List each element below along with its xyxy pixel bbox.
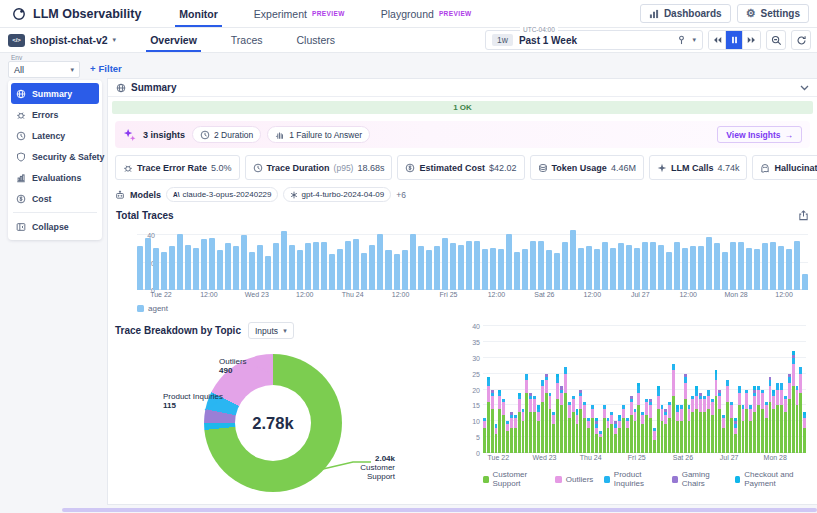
bar[interactable] (754, 249, 760, 290)
bar[interactable] (642, 242, 648, 290)
bar[interactable] (361, 253, 367, 290)
bar[interactable] (241, 235, 247, 290)
bar[interactable] (554, 253, 560, 290)
stacked-bar[interactable] (641, 412, 644, 453)
main-nav-tab-playground[interactable]: PlaygroundPREVIEW (377, 0, 476, 27)
bar[interactable] (265, 256, 271, 290)
stacked-bar[interactable] (738, 386, 741, 453)
sidebar-item-cost[interactable]: Cost (11, 188, 99, 209)
bar[interactable] (586, 246, 592, 290)
bar[interactable] (546, 250, 552, 290)
bar[interactable] (450, 243, 456, 290)
rewind-button[interactable] (709, 31, 726, 49)
bar[interactable] (570, 230, 576, 290)
bar[interactable] (666, 252, 672, 290)
tab-traces[interactable]: Traces (227, 28, 267, 52)
metric-card-hallucinations[interactable]: Hallucinations41 (752, 155, 817, 180)
bar[interactable] (610, 248, 616, 290)
stacked-bar[interactable] (556, 374, 559, 453)
sidebar-item-security-safety[interactable]: Security & Safety (11, 146, 99, 167)
stacked-bar[interactable] (491, 390, 494, 453)
stacked-bar[interactable] (649, 399, 652, 453)
stacked-bar[interactable] (730, 402, 733, 453)
insight-pill[interactable]: 1 Failure to Answer (267, 126, 370, 143)
bar[interactable] (185, 245, 191, 290)
bar[interactable] (514, 252, 520, 290)
stacked-bar[interactable] (537, 405, 540, 453)
model-pill[interactable]: A\claude-3-opus-20240229 (166, 187, 278, 202)
stacked-bar[interactable] (599, 431, 602, 453)
stacked-bar[interactable] (549, 393, 552, 453)
bar[interactable] (257, 245, 263, 290)
stacked-bar[interactable] (742, 405, 745, 453)
bar[interactable] (201, 239, 207, 290)
bar[interactable] (385, 250, 391, 290)
stacked-bar[interactable] (784, 396, 787, 453)
bar[interactable] (738, 242, 744, 290)
stacked-bar[interactable] (495, 424, 498, 453)
bar[interactable] (522, 249, 528, 290)
bar[interactable] (426, 250, 432, 290)
stacked-bar[interactable] (788, 374, 791, 453)
stacked-bar[interactable] (711, 399, 714, 453)
sidebar-item-evaluations[interactable]: Evaluations (11, 167, 99, 188)
bar[interactable] (498, 249, 504, 290)
stacked-bar[interactable] (699, 393, 702, 453)
bar[interactable] (153, 248, 159, 290)
stacked-bar[interactable] (803, 412, 806, 453)
bar[interactable] (145, 238, 151, 290)
view-insights-button[interactable]: View Insights → (717, 126, 802, 143)
tab-overview[interactable]: Overview (146, 28, 201, 52)
stacked-bar[interactable] (514, 415, 517, 453)
bar[interactable] (770, 242, 776, 290)
more-models[interactable]: +6 (396, 190, 406, 200)
bar[interactable] (634, 248, 640, 290)
model-pill[interactable]: gpt-4-turbo-2024-04-09 (283, 187, 391, 202)
bar[interactable] (714, 243, 720, 290)
time-range-picker[interactable]: UTC-04:00 1w Past 1 Week ▾ (485, 30, 703, 50)
stacked-bar[interactable] (591, 405, 594, 453)
stacked-bar[interactable] (587, 418, 590, 453)
stacked-bar[interactable] (661, 405, 664, 453)
metric-card-trace-duration[interactable]: Trace Duration(p95)18.68s (245, 155, 393, 180)
bar[interactable] (161, 252, 167, 290)
bar[interactable] (281, 231, 287, 290)
stacked-bar[interactable] (780, 383, 783, 453)
stacked-bar[interactable] (626, 418, 629, 453)
stacked-bar[interactable] (572, 396, 575, 453)
stacked-bar[interactable] (684, 374, 687, 453)
bar[interactable] (225, 243, 231, 290)
stacked-bar[interactable] (510, 412, 513, 453)
stacked-bar[interactable] (560, 386, 563, 453)
stacked-bar[interactable] (645, 399, 648, 453)
stacked-bar[interactable] (618, 415, 621, 453)
bar[interactable] (490, 248, 496, 290)
bar[interactable] (506, 234, 512, 290)
stacked-bar[interactable] (564, 367, 567, 453)
tab-clusters[interactable]: Clusters (293, 28, 340, 52)
bar[interactable] (418, 246, 424, 290)
env-select[interactable]: All ▾ (8, 61, 80, 78)
pause-button[interactable] (726, 31, 743, 49)
stacked-bar[interactable] (796, 386, 799, 453)
bar[interactable] (313, 242, 319, 290)
metric-card-token-usage[interactable]: Token Usage4.46M (530, 155, 644, 180)
bar[interactable] (482, 249, 488, 290)
stacked-bar[interactable] (672, 364, 675, 453)
stacked-bar[interactable] (722, 415, 725, 453)
stacked-bar[interactable] (680, 405, 683, 453)
bar[interactable] (474, 241, 480, 290)
bar[interactable] (289, 245, 295, 290)
topic-stacked-chart[interactable]: 0510152025303540 Tue 22Wed 23Thu 24Fri 2… (483, 322, 810, 464)
sidebar-item-summary[interactable]: Summary (11, 83, 99, 104)
bar[interactable] (394, 254, 400, 290)
bar[interactable] (209, 238, 215, 290)
stacked-bar[interactable] (753, 386, 756, 453)
insight-pill[interactable]: 2 Duration (192, 126, 261, 143)
legend-item-product-inquiries[interactable]: Product Inquiries (604, 470, 661, 488)
stacked-bar[interactable] (610, 412, 613, 453)
pin-icon[interactable] (677, 35, 686, 45)
zoom-out-button[interactable] (766, 30, 786, 50)
bar[interactable] (602, 242, 608, 290)
bar[interactable] (402, 250, 408, 290)
